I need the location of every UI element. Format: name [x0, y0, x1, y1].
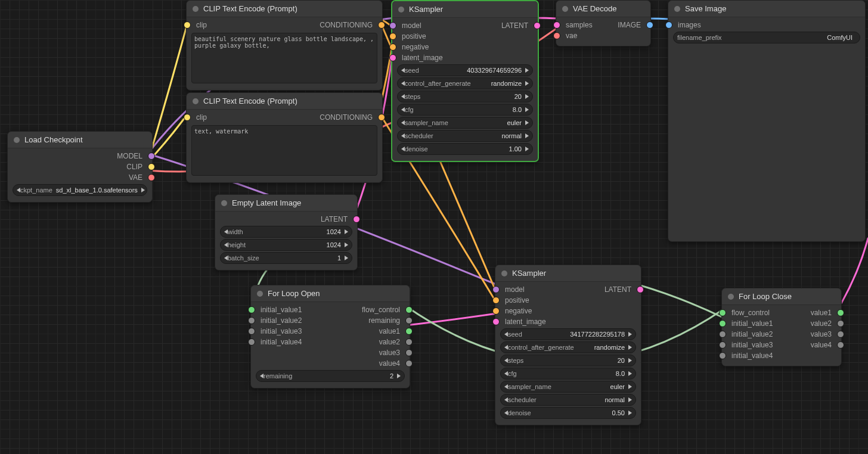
- arrow-right-icon[interactable]: [345, 229, 348, 234]
- port-value3-out[interactable]: [405, 349, 413, 356]
- widget-width[interactable]: width 1024: [220, 226, 352, 238]
- port-vae-in[interactable]: [553, 32, 560, 39]
- port-positive-in[interactable]: [389, 33, 396, 40]
- port-model[interactable]: [148, 153, 155, 160]
- node-title[interactable]: CLIP Text Encode (Prompt): [187, 1, 382, 17]
- arrow-right-icon[interactable]: [141, 188, 145, 192]
- port-vae[interactable]: [148, 174, 155, 181]
- node-title[interactable]: CLIP Text Encode (Prompt): [187, 93, 382, 110]
- port-clip-in[interactable]: [184, 114, 191, 121]
- arrow-right-icon[interactable]: [628, 345, 632, 350]
- arrow-right-icon[interactable]: [525, 68, 529, 73]
- node-ksampler-2[interactable]: KSampler modelLATENT positive negative l…: [495, 265, 641, 425]
- collapse-dot-icon[interactable]: [501, 270, 507, 276]
- port-initial_value1-in[interactable]: [719, 320, 726, 327]
- arrow-right-icon[interactable]: [525, 133, 529, 138]
- collapse-dot-icon[interactable]: [562, 6, 568, 12]
- arrow-right-icon[interactable]: [525, 94, 529, 99]
- port-initial_value2-in[interactable]: [248, 317, 255, 324]
- widget-control_after_generate[interactable]: control_after_generate randomize: [500, 341, 636, 353]
- node-load-checkpoint[interactable]: Load Checkpoint MODEL CLIP VAE ckpt_name…: [7, 131, 153, 203]
- prompt-textarea[interactable]: [191, 125, 377, 176]
- ckpt-name-widget[interactable]: ckpt_name sd_xl_base_1.0.safetensors: [13, 184, 147, 196]
- port-latent_image-in[interactable]: [389, 54, 396, 61]
- widget-control_after_generate[interactable]: control_after_generate randomize: [397, 77, 533, 89]
- widget-height[interactable]: height 1024: [220, 239, 352, 251]
- node-title[interactable]: For Loop Open: [251, 285, 410, 302]
- widget-sampler_name[interactable]: sampler_name euler: [397, 117, 533, 129]
- node-save-image[interactable]: Save Image images filename_prefix ComfyU…: [668, 0, 866, 242]
- port-value1-out[interactable]: [405, 328, 413, 335]
- collapse-dot-icon[interactable]: [193, 98, 199, 104]
- arrow-right-icon[interactable]: [628, 358, 632, 363]
- arrow-right-icon[interactable]: [525, 81, 529, 86]
- arrow-right-icon[interactable]: [525, 147, 529, 151]
- remaining-widget[interactable]: remaining 2: [256, 370, 405, 382]
- widget-denoise[interactable]: denoise 1.00: [397, 143, 533, 155]
- arrow-right-icon[interactable]: [525, 120, 529, 125]
- port-value3-out[interactable]: [837, 331, 844, 338]
- arrow-right-icon[interactable]: [525, 107, 529, 112]
- port-conditioning-out[interactable]: [378, 21, 385, 29]
- arrow-right-icon[interactable]: [628, 384, 632, 389]
- node-title[interactable]: KSampler: [392, 1, 538, 18]
- widget-scheduler[interactable]: scheduler normal: [500, 394, 636, 406]
- node-empty-latent[interactable]: Empty Latent Image LATENT width 1024 hei…: [215, 194, 358, 270]
- widget-seed[interactable]: seed 403329674659296: [397, 64, 533, 76]
- arrow-right-icon[interactable]: [345, 242, 348, 247]
- port-flow_control-in[interactable]: [719, 309, 726, 316]
- arrow-right-icon[interactable]: [628, 332, 632, 337]
- port-model-in[interactable]: [389, 22, 396, 29]
- arrow-right-icon[interactable]: [628, 397, 632, 402]
- arrow-right-icon[interactable]: [345, 256, 348, 260]
- node-title[interactable]: Save Image: [668, 1, 865, 17]
- widget-batch_size[interactable]: batch_size 1: [220, 252, 352, 264]
- widget-steps[interactable]: steps 20: [397, 91, 533, 102]
- collapse-dot-icon[interactable]: [674, 6, 680, 12]
- node-for-loop-close[interactable]: For Loop Close flow_controlvalue1 initia…: [721, 288, 842, 366]
- node-title[interactable]: VAE Decode: [556, 1, 650, 17]
- port-LATENT-out[interactable]: [637, 286, 644, 293]
- node-clip-encode-negative[interactable]: CLIP Text Encode (Prompt) clip CONDITION…: [186, 92, 383, 183]
- widget-sampler_name[interactable]: sampler_name euler: [500, 381, 636, 393]
- collapse-dot-icon[interactable]: [728, 294, 734, 300]
- widget-denoise[interactable]: denoise 0.50: [500, 407, 636, 419]
- prompt-textarea[interactable]: [191, 33, 377, 83]
- node-clip-encode-positive[interactable]: CLIP Text Encode (Prompt) clip CONDITION…: [186, 0, 383, 91]
- port-value2-out[interactable]: [837, 320, 844, 327]
- port-initial_value2-in[interactable]: [719, 331, 726, 338]
- node-title[interactable]: Load Checkpoint: [8, 132, 152, 148]
- collapse-dot-icon[interactable]: [193, 6, 199, 12]
- widget-steps[interactable]: steps 20: [500, 355, 636, 366]
- widget-cfg[interactable]: cfg 8.0: [397, 104, 533, 116]
- arrow-right-icon[interactable]: [397, 374, 401, 378]
- collapse-dot-icon[interactable]: [14, 137, 20, 143]
- port-clip-in[interactable]: [184, 21, 191, 29]
- port-remaining-out[interactable]: [405, 317, 413, 324]
- port-initial_value3-in[interactable]: [248, 328, 255, 335]
- port-image-out[interactable]: [646, 21, 653, 29]
- collapse-dot-icon[interactable]: [257, 291, 263, 297]
- port-negative-in[interactable]: [389, 43, 396, 51]
- node-title[interactable]: Empty Latent Image: [215, 195, 357, 212]
- node-title[interactable]: For Loop Close: [722, 288, 841, 305]
- port-conditioning-out[interactable]: [378, 114, 385, 121]
- node-vae-decode[interactable]: VAE Decode samplesIMAGE vae: [556, 0, 651, 46]
- node-for-loop-open[interactable]: For Loop Open initial_value1flow_control…: [250, 285, 410, 388]
- port-initial_value4-in[interactable]: [248, 338, 255, 346]
- port-flow_control-out[interactable]: [405, 306, 413, 313]
- widget-seed[interactable]: seed 341772282295178: [500, 328, 636, 340]
- port-latent_image-in[interactable]: [492, 318, 500, 325]
- port-samples-in[interactable]: [553, 21, 560, 29]
- port-initial_value3-in[interactable]: [719, 341, 726, 349]
- widget-cfg[interactable]: cfg 8.0: [500, 368, 636, 380]
- node-title[interactable]: KSampler: [495, 265, 641, 282]
- port-images-in[interactable]: [665, 21, 672, 29]
- port-value1-out[interactable]: [837, 309, 844, 316]
- port-initial_value4-in[interactable]: [719, 352, 726, 359]
- port-initial_value1-in[interactable]: [248, 306, 255, 313]
- port-model-in[interactable]: [492, 286, 500, 293]
- port-value4-out[interactable]: [837, 341, 844, 349]
- port-LATENT-out[interactable]: [534, 22, 541, 29]
- collapse-dot-icon[interactable]: [221, 200, 227, 206]
